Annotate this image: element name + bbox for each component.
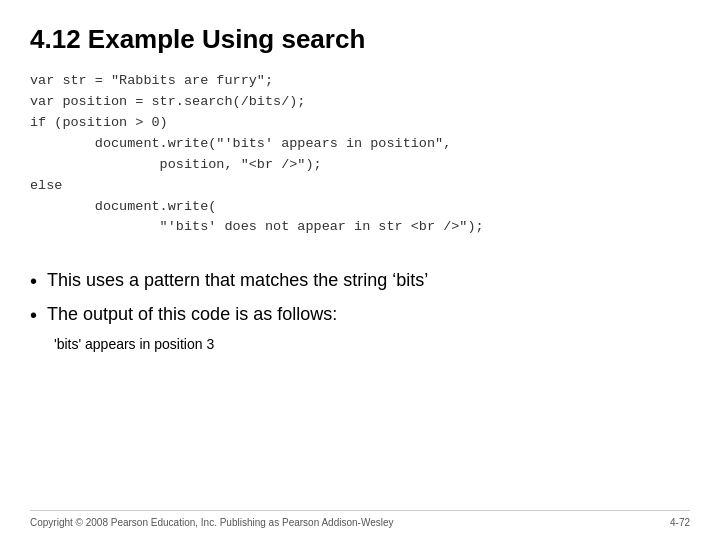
output-text: 'bits' appears in position 3 (54, 336, 690, 352)
bullet-item-2: • The output of this code is as follows: (30, 302, 690, 328)
footer: Copyright © 2008 Pearson Education, Inc.… (30, 510, 690, 528)
slide-title: 4.12 Example Using search (30, 24, 690, 55)
code-block: var str = "Rabbits are furry"; var posit… (30, 71, 690, 238)
bullet-text-1: This uses a pattern that matches the str… (47, 268, 428, 293)
bullets-section: • This uses a pattern that matches the s… (30, 268, 690, 352)
bullet-dot-2: • (30, 302, 37, 328)
footer-page-number: 4-72 (670, 517, 690, 528)
bullet-text-2: The output of this code is as follows: (47, 302, 337, 327)
bullet-item-1: • This uses a pattern that matches the s… (30, 268, 690, 294)
footer-copyright: Copyright © 2008 Pearson Education, Inc.… (30, 517, 394, 528)
slide: 4.12 Example Using search var str = "Rab… (0, 0, 720, 540)
bullet-dot-1: • (30, 268, 37, 294)
